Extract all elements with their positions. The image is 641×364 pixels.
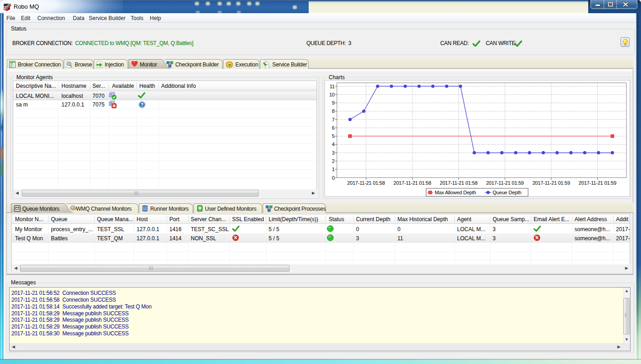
svg-text:2017-11-21 01:59: 2017-11-21 01:59	[486, 180, 524, 186]
svg-text:2017-11-21 01:59: 2017-11-21 01:59	[532, 180, 570, 186]
svg-text:2017-11-21 01:58: 2017-11-21 01:58	[393, 180, 431, 186]
svg-text:0: 0	[332, 175, 335, 181]
svg-text:2017-11-21 01:58: 2017-11-21 01:58	[440, 180, 478, 186]
svg-text:6: 6	[332, 125, 335, 131]
svg-text:2: 2	[332, 158, 335, 164]
svg-text:2017-11-21 01:59: 2017-11-21 01:59	[579, 180, 616, 186]
svg-text:11: 11	[330, 84, 335, 89]
svg-text:9: 9	[332, 100, 335, 106]
svg-text:?: ?	[141, 102, 143, 107]
svg-text:8: 8	[332, 108, 335, 114]
svg-text:Queue Depth: Queue Depth	[493, 190, 521, 195]
svg-text:7: 7	[332, 117, 335, 122]
svg-text:5: 5	[332, 133, 335, 139]
svg-text:Max Allowed Depth: Max Allowed Depth	[435, 190, 476, 195]
svg-text:1: 1	[332, 167, 335, 172]
svg-text:2017-11-21 01:58: 2017-11-21 01:58	[347, 180, 385, 186]
svg-text:4: 4	[332, 142, 335, 147]
svg-text:10: 10	[329, 92, 335, 97]
svg-text:3: 3	[332, 150, 335, 156]
